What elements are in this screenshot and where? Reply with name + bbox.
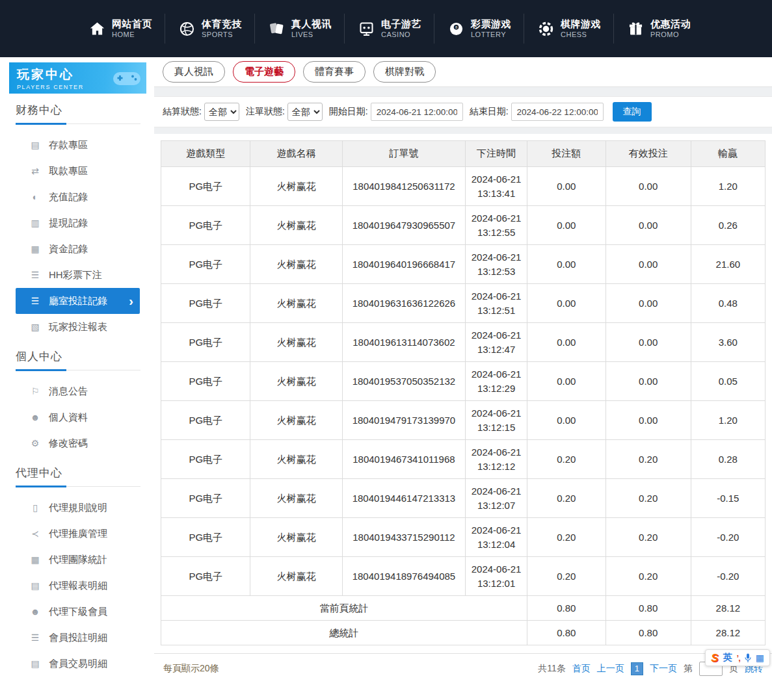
players-center-banner: 玩家中心 PLAYERS CENTER <box>9 62 146 94</box>
sidebar-item-room-bet-record[interactable]: ☰廳室投註記錄› <box>16 288 140 314</box>
sidebar-item-player-bet-report[interactable]: ▧玩家投注報表 <box>0 314 154 340</box>
section-title: 财務中心 <box>16 103 140 124</box>
chevron-right-icon: › <box>129 294 133 307</box>
tab-electronic-games[interactable]: 電子遊藝 <box>233 61 295 83</box>
sports-icon <box>178 19 196 38</box>
gift-icon <box>626 19 645 38</box>
settle-status-select[interactable]: 全部 <box>204 103 239 121</box>
sidebar-item-agent-members[interactable]: ☻代理下級會員 <box>0 599 154 625</box>
sidebar-item-label: 會員交易明細 <box>49 658 107 670</box>
current-summary-label: 當前頁統計 <box>161 596 527 621</box>
droplet-icon: ◐ <box>29 192 41 202</box>
sidebar-item-agent-report-detail[interactable]: ▤代理報表明細 <box>0 573 154 599</box>
current-page-indicator[interactable]: 1 <box>631 662 643 675</box>
cell-bet-time: 2024-06-21 13:12:01 <box>466 557 527 596</box>
page-size-text: 每頁顯示20條 <box>163 663 219 675</box>
table-row: PG电子火树赢花18040194337152901122024-06-21 13… <box>161 518 765 557</box>
ime-toolbar[interactable]: S 英 ’, ▦ <box>705 649 770 666</box>
end-date-label: 結束日期: <box>470 106 509 118</box>
cell-bet-amount: 0.00 <box>527 284 606 323</box>
end-date-input[interactable] <box>511 103 604 121</box>
cell-bet-time: 2024-06-21 13:13:41 <box>466 167 527 206</box>
cell-win-loss: 0.05 <box>691 362 765 401</box>
svg-text:8: 8 <box>455 25 457 29</box>
sidebar-item-label: 代理報表明細 <box>49 580 107 592</box>
current-page-summary-row: 當前頁統計 0.80 0.80 28.12 <box>161 596 765 621</box>
cell-win-loss: 3.60 <box>691 323 765 362</box>
tab-sports-events[interactable]: 體育賽事 <box>303 61 366 83</box>
sidebar-item-recharge-record[interactable]: ◐充值記錄 <box>0 184 154 210</box>
nav-item-lives[interactable]: 真人视讯LIVES <box>254 14 344 44</box>
chart-icon: ▦ <box>29 554 41 565</box>
sidebar-item-withdraw-record[interactable]: ▥提現記錄 <box>0 210 154 236</box>
sidebar-item-label: 消息公告 <box>49 385 88 398</box>
sidebar-item-member-bet-detail[interactable]: ☰會員投註明細 <box>0 625 154 651</box>
sidebar-item-label: 代理規則說明 <box>49 502 107 514</box>
nav-item-casino[interactable]: 电子游艺CASINO <box>344 14 434 44</box>
cell-game-type: PG电子 <box>161 323 250 362</box>
cell-order-no: 1804019446147213313 <box>342 479 466 518</box>
nav-item-chess[interactable]: 棋牌游戏CHESS <box>524 14 613 44</box>
keyboard-icon[interactable]: ▦ <box>756 653 764 662</box>
nav-items: 网站首页HOME体育竞技SPORTS真人视讯LIVES电子游艺CASINO8彩票… <box>75 14 703 44</box>
current-summary-win-loss: 28.12 <box>691 596 765 621</box>
column-header: 遊戲類型 <box>161 141 250 167</box>
sidebar-menu: 财務中心▤存款專區⇄取款專區◐充值記錄▥提現記錄▦資金記錄☰HH彩票下注☰廳室投… <box>0 103 154 677</box>
sidebar-item-agent-team-stats[interactable]: ▦代理團隊統計 <box>0 547 154 573</box>
sidebar-item-hh-lottery-bet[interactable]: ☰HH彩票下注 <box>0 262 154 288</box>
nav-item-promo[interactable]: 优惠活动PROMO <box>613 14 703 44</box>
slot-machine-icon <box>357 19 375 38</box>
cell-bet-time: 2024-06-21 13:12:12 <box>466 440 527 479</box>
sidebar-item-funds-record[interactable]: ▦資金記錄 <box>0 236 154 262</box>
transaction-icon: ▤ <box>29 658 41 669</box>
table-footer: 每頁顯示20條 共11条 首页 上一页 1 下一页 第 页 跳转 <box>154 653 772 685</box>
microphone-icon[interactable] <box>745 653 751 663</box>
sidebar-item-label: 個人資料 <box>49 411 88 424</box>
cell-win-loss: -0.20 <box>691 557 765 596</box>
ime-punctuation-icon[interactable]: ’, <box>737 653 740 663</box>
total-count-text: 共11条 <box>538 663 566 675</box>
start-date-input[interactable] <box>371 103 463 121</box>
tab-chess-battle[interactable]: 棋牌對戰 <box>373 61 436 83</box>
order-status-select[interactable]: 全部 <box>287 103 323 121</box>
jump-prefix-label: 第 <box>684 663 693 675</box>
sidebar-item-withdraw[interactable]: ⇄取款專區 <box>0 158 154 184</box>
sidebar-item-profile[interactable]: ☻個人資料 <box>0 404 154 430</box>
sidebar-item-deposit[interactable]: ▤存款專區 <box>0 132 154 158</box>
sidebar-item-label: 玩家投注報表 <box>49 321 107 333</box>
sidebar-title: 玩家中心 <box>17 66 84 83</box>
column-header: 遊戲名稱 <box>250 141 342 167</box>
results-panel: 遊戲類型遊戲名稱訂單號下注時間投注額有效投注輸贏 PG电子火树赢花1804019… <box>154 134 772 700</box>
next-page-link[interactable]: 下一页 <box>650 663 677 675</box>
report-icon: ▧ <box>29 322 41 332</box>
current-summary-valid-bet: 0.80 <box>606 596 691 621</box>
query-button[interactable]: 查詢 <box>613 102 652 122</box>
prev-page-link[interactable]: 上一页 <box>597 663 624 675</box>
gear-icon: ⚙ <box>29 438 41 448</box>
first-page-link[interactable]: 首页 <box>572 663 591 675</box>
nav-item-lottery[interactable]: 8彩票游戏LOTTERY <box>434 14 524 44</box>
sidebar-item-announcements[interactable]: ⚐消息公告 <box>0 378 154 404</box>
sidebar-item-agent-promotion[interactable]: ≺代理推廣管理 <box>0 521 154 547</box>
sidebar-item-agent-rules[interactable]: ▯代理規則說明 <box>0 495 154 521</box>
start-date-label: 開始日期: <box>329 106 368 118</box>
cell-valid-bet: 0.00 <box>606 323 691 362</box>
cell-win-loss: 0.26 <box>691 206 765 245</box>
tab-live-video[interactable]: 真人視訊 <box>163 61 225 83</box>
cell-valid-bet: 0.20 <box>606 518 691 557</box>
sidebar-item-member-transaction-detail[interactable]: ▤會員交易明細 <box>0 651 154 677</box>
sidebar-item-label: 修改密碼 <box>49 437 88 450</box>
cell-game-type: PG电子 <box>161 284 250 323</box>
main-content: 真人視訊電子遊藝體育賽事棋牌對戰 結算狀態: 全部 注單狀態: 全部 開始日期:… <box>154 57 772 700</box>
cell-bet-time: 2024-06-21 13:12:53 <box>466 245 527 284</box>
ime-language-indicator[interactable]: 英 <box>723 652 732 664</box>
sogou-logo-icon[interactable]: S <box>711 653 718 664</box>
banknote-icon: ▥ <box>29 218 41 228</box>
settle-status-label: 結算狀態: <box>163 106 202 118</box>
nav-label-en: HOME <box>112 31 152 39</box>
nav-item-home[interactable]: 网站首页HOME <box>75 14 165 44</box>
sidebar-item-change-password[interactable]: ⚙修改密碼 <box>0 430 154 456</box>
cards-icon <box>267 19 286 38</box>
cell-win-loss: -0.20 <box>691 518 765 557</box>
nav-item-sports[interactable]: 体育竞技SPORTS <box>165 14 254 44</box>
